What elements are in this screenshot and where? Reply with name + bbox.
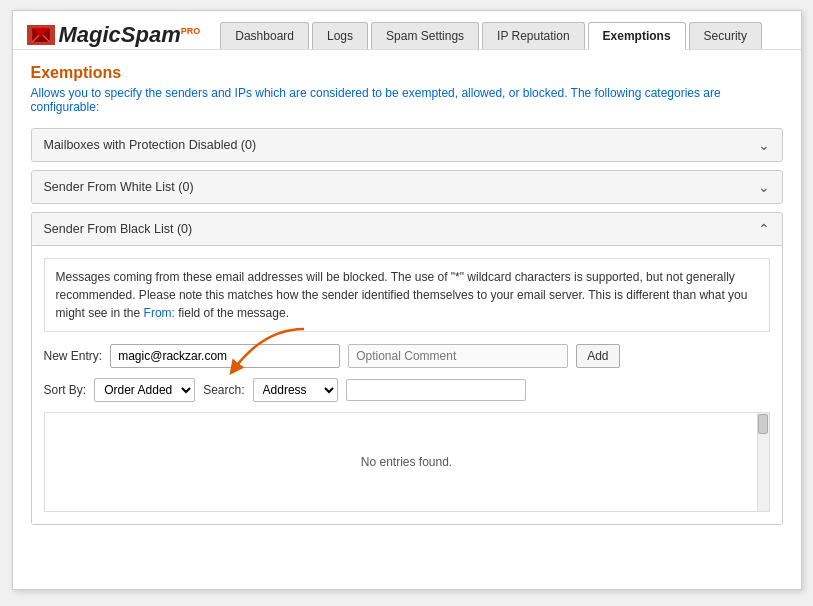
blacklist-info-box: Messages coming from these email address… [44,258,770,332]
tab-ip-reputation[interactable]: IP Reputation [482,22,585,49]
tab-spam-settings[interactable]: Spam Settings [371,22,479,49]
accordion-whitelist-header[interactable]: Sender From White List (0) ⌄ [32,171,782,203]
tab-dashboard[interactable]: Dashboard [220,22,309,49]
new-entry-row: New Entry: Add [44,344,770,368]
tab-security[interactable]: Security [689,22,762,49]
add-button[interactable]: Add [576,344,619,368]
accordion-mailboxes-header[interactable]: Mailboxes with Protection Disabled (0) ⌄ [32,129,782,161]
tab-exemptions[interactable]: Exemptions [588,22,686,50]
accordion-whitelist: Sender From White List (0) ⌄ [31,170,783,204]
logo-area: MagicSpamPRO [27,22,201,48]
accordion-blacklist-label: Sender From Black List (0) [44,222,193,236]
header: MagicSpamPRO Dashboard Logs Spam Setting… [13,11,801,50]
scrollbar-thumb[interactable] [758,414,768,434]
accordion-blacklist-body: Messages coming from these email address… [32,245,782,524]
scrollbar-track[interactable] [757,413,769,511]
no-entries-text: No entries found. [361,455,452,469]
accordion-mailboxes: Mailboxes with Protection Disabled (0) ⌄ [31,128,783,162]
accordion-blacklist: Sender From Black List (0) ⌃ Messages co… [31,212,783,525]
accordion-mailboxes-label: Mailboxes with Protection Disabled (0) [44,138,257,152]
search-input[interactable] [346,379,526,401]
sort-search-row: Sort By: Order Added Alphabetical Search… [44,378,770,402]
page-description: Allows you to specify the senders and IP… [31,86,783,114]
content-area: Exemptions Allows you to specify the sen… [13,50,801,547]
main-window: MagicSpamPRO Dashboard Logs Spam Setting… [12,10,802,590]
new-entry-input[interactable] [110,344,340,368]
chevron-up-icon: ⌃ [758,221,770,237]
new-entry-label: New Entry: [44,349,103,363]
accordion-blacklist-header[interactable]: Sender From Black List (0) ⌃ [32,213,782,245]
optional-comment-input[interactable] [348,344,568,368]
search-type-select[interactable]: Address Comment [253,378,338,402]
search-label: Search: [203,383,244,397]
logo-text: MagicSpamPRO [59,22,201,48]
tab-logs[interactable]: Logs [312,22,368,49]
logo-icon [27,25,55,45]
accordion-whitelist-label: Sender From White List (0) [44,180,194,194]
logo-svg-icon [32,28,50,42]
nav-tabs: Dashboard Logs Spam Settings IP Reputati… [220,21,786,49]
entry-row-container: New Entry: Add [44,344,770,368]
sort-by-select[interactable]: Order Added Alphabetical [94,378,195,402]
sort-by-label: Sort By: [44,383,87,397]
chevron-down-icon: ⌄ [758,137,770,153]
chevron-down-icon-2: ⌄ [758,179,770,195]
blacklist-entries-area: No entries found. [44,412,770,512]
page-title: Exemptions [31,64,783,82]
